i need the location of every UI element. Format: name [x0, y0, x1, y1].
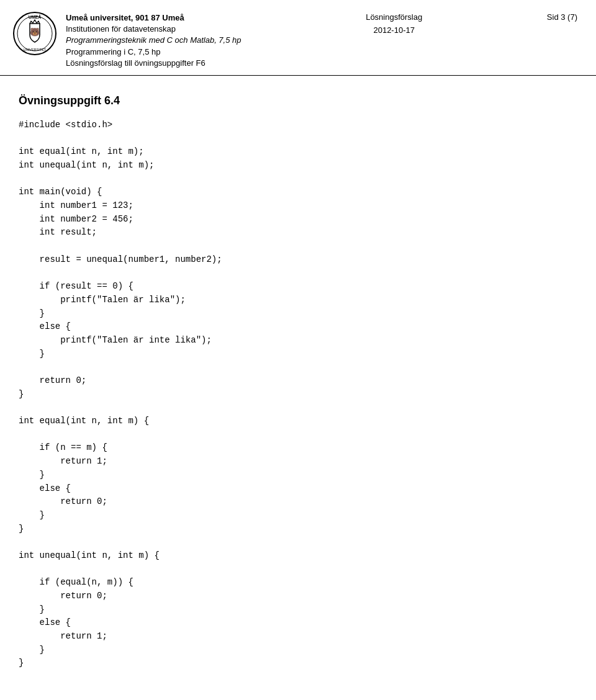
svg-text:UNIVERSITET: UNIVERSITET	[24, 48, 47, 52]
university-name: Umeå universitet, 901 87 Umeå	[66, 12, 242, 24]
header-date: 2012-10-17	[373, 24, 415, 37]
header-left: UMEÅ UNIVERSITET 🐻 Umeå universitet, 901…	[12, 11, 242, 69]
course-italic: Programmeringsteknik med C och Matlab, 7…	[66, 35, 242, 46]
header-text-block: Umeå universitet, 901 87 Umeå Institutio…	[66, 11, 242, 69]
section-title: Övningsuppgift 6.4	[19, 94, 577, 107]
institution-name: Institutionen för datavetenskap	[66, 24, 242, 35]
svg-text:🐻: 🐻	[30, 27, 40, 37]
code-block: #include <stdio.h> int equal(int n, int …	[19, 119, 577, 670]
document-name: Lösningsförslag till övningsuppgifter F6	[66, 58, 242, 69]
losningsforslag-label: Lösningsförslag	[366, 11, 422, 24]
page-number: Sid 3 (7)	[547, 12, 577, 22]
page-header: UMEÅ UNIVERSITET 🐻 Umeå universitet, 901…	[0, 0, 596, 76]
svg-text:UMEÅ: UMEÅ	[29, 14, 42, 19]
header-page: Sid 3 (7)	[547, 11, 577, 24]
main-content: Övningsuppgift 6.4 #include <stdio.h> in…	[0, 76, 596, 689]
university-logo: UMEÅ UNIVERSITET 🐻	[12, 11, 57, 56]
course-normal: Programmering i C, 7,5 hp	[66, 47, 242, 58]
header-center: Lösningsförslag 2012-10-17	[366, 11, 422, 37]
